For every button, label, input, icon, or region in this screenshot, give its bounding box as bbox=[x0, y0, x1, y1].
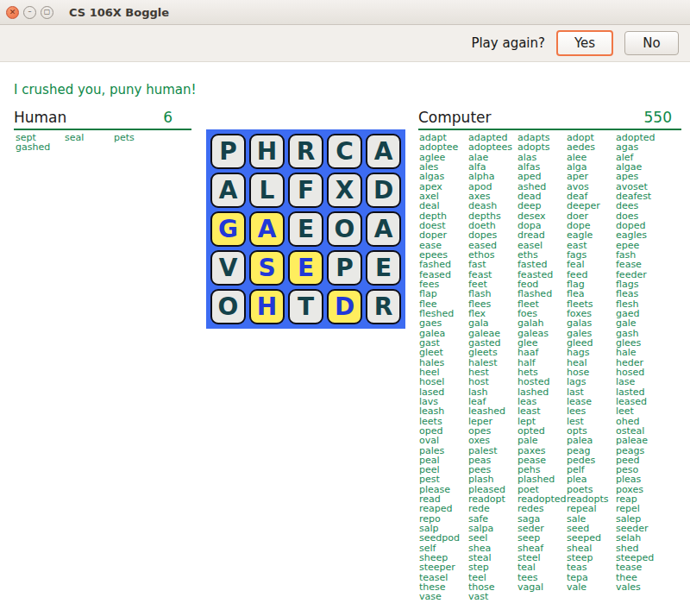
word: dees bbox=[616, 201, 665, 211]
word: eagles bbox=[616, 230, 665, 240]
board-tile: P bbox=[327, 250, 362, 286]
human-header: Human 6 bbox=[14, 110, 191, 130]
word: vast bbox=[468, 592, 518, 601]
word: deeper bbox=[567, 201, 616, 211]
word: oval bbox=[419, 436, 468, 445]
word: fease bbox=[616, 260, 665, 269]
board-tile: E bbox=[366, 250, 401, 286]
word: seal bbox=[65, 133, 114, 142]
board-tile: E bbox=[288, 250, 323, 286]
board-tile: A bbox=[366, 211, 401, 247]
board-tile: O bbox=[327, 211, 362, 247]
board-tile: R bbox=[366, 289, 401, 324]
word: deep bbox=[518, 201, 567, 211]
word: vales bbox=[616, 582, 665, 592]
word: host bbox=[468, 377, 518, 387]
play-again-toolbar: Play again? Yes No bbox=[0, 25, 690, 62]
word: flash bbox=[468, 289, 518, 299]
board-tile: G bbox=[210, 211, 246, 247]
word: deash bbox=[468, 201, 518, 211]
word: deal bbox=[419, 201, 468, 211]
word: haaf bbox=[518, 348, 567, 357]
word: hags bbox=[567, 348, 616, 357]
word: gale bbox=[616, 318, 665, 328]
board-tile: F bbox=[288, 173, 323, 208]
word: hosel bbox=[419, 377, 468, 387]
board-tile: D bbox=[327, 289, 362, 324]
word: gleet bbox=[419, 348, 468, 357]
word: adopts bbox=[518, 142, 567, 152]
word: agas bbox=[616, 142, 665, 152]
window-maximize-button[interactable]: ▢ bbox=[41, 6, 53, 19]
board-tile: E bbox=[288, 211, 323, 247]
window-titlebar[interactable]: ✕ – ▢ CS 106X Boggle bbox=[0, 0, 690, 25]
word: palea bbox=[567, 436, 616, 445]
board-tile: H bbox=[249, 289, 285, 324]
word: adoptees bbox=[468, 142, 518, 152]
status-message: I crushed you, puny human! bbox=[14, 82, 197, 97]
board-tile: A bbox=[366, 134, 401, 169]
main-content: I crushed you, puny human! Human 6 septs… bbox=[0, 62, 690, 616]
window-minimize-button[interactable]: – bbox=[23, 6, 36, 19]
word: fashed bbox=[419, 260, 468, 269]
board-tile: S bbox=[249, 250, 285, 286]
word: flashed bbox=[518, 289, 567, 299]
word: gaes bbox=[419, 318, 468, 328]
computer-title: Computer bbox=[418, 110, 492, 126]
window-close-button[interactable]: ✕ bbox=[6, 6, 19, 19]
yes-button[interactable]: Yes bbox=[556, 30, 613, 56]
word: gala bbox=[468, 318, 518, 328]
board-tile: A bbox=[249, 211, 285, 247]
human-word-list: septsealpetsgashed bbox=[16, 133, 191, 153]
word: vale bbox=[567, 582, 616, 592]
board-tile: P bbox=[210, 134, 246, 169]
board-tile: X bbox=[327, 173, 362, 208]
word: eagle bbox=[567, 230, 616, 240]
board-tile: T bbox=[288, 289, 323, 324]
board-tile: R bbox=[288, 134, 323, 169]
board-tile: C bbox=[327, 134, 362, 169]
word: flap bbox=[419, 289, 468, 299]
word: least bbox=[518, 406, 567, 416]
word: algas bbox=[419, 172, 468, 181]
word: aper bbox=[567, 172, 616, 181]
computer-section: Computer 550 adaptadaptedadaptsadoptadop… bbox=[418, 110, 681, 602]
boggle-board: PHRCAALFXDGAEOAVSEPEOHTDR bbox=[206, 129, 405, 329]
computer-score: 550 bbox=[644, 110, 672, 126]
word: dopes bbox=[468, 230, 518, 240]
board-tile: A bbox=[210, 173, 246, 208]
word: leash bbox=[419, 406, 468, 416]
word: leet bbox=[616, 406, 665, 416]
word: lase bbox=[616, 377, 665, 387]
board-tile: H bbox=[249, 134, 285, 169]
no-button[interactable]: No bbox=[624, 31, 679, 55]
word: lees bbox=[567, 406, 616, 416]
word: alpha bbox=[468, 172, 518, 181]
board-tile: D bbox=[366, 173, 401, 208]
word: fast bbox=[468, 260, 518, 269]
word: vagal bbox=[518, 582, 567, 592]
word: galas bbox=[567, 318, 616, 328]
word: fleas bbox=[616, 289, 665, 299]
maximize-icon: ▢ bbox=[44, 9, 51, 16]
word: dread bbox=[518, 230, 567, 240]
word: aped bbox=[518, 172, 567, 181]
computer-word-list: adaptadaptedadaptsadoptadoptedadopteeado… bbox=[419, 133, 681, 602]
word: galah bbox=[518, 318, 567, 328]
word: doper bbox=[419, 230, 468, 240]
word: aedes bbox=[567, 142, 616, 152]
board-tile: O bbox=[210, 289, 246, 324]
board-tile: L bbox=[249, 173, 285, 208]
word: vase bbox=[419, 592, 468, 601]
word: hosted bbox=[518, 377, 567, 387]
word: gashed bbox=[16, 142, 65, 152]
window-title: CS 106X Boggle bbox=[69, 6, 169, 19]
minimize-icon: – bbox=[28, 9, 32, 16]
word: paleae bbox=[616, 436, 665, 445]
word: oxes bbox=[468, 436, 518, 445]
human-section: Human 6 septsealpetsgashed bbox=[14, 110, 191, 153]
human-title: Human bbox=[14, 110, 66, 126]
word: flea bbox=[567, 289, 616, 299]
word: pets bbox=[114, 133, 163, 142]
word: leashed bbox=[468, 406, 518, 416]
